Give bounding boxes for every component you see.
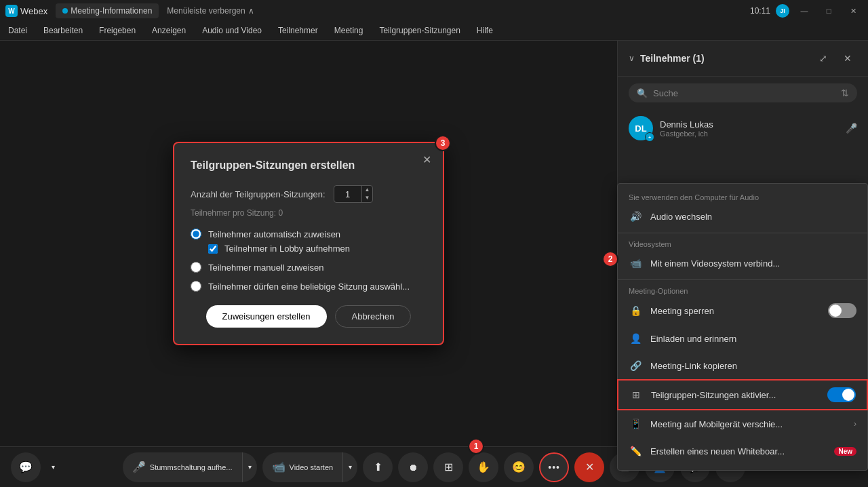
audio-switch-item[interactable]: 🔊 Audio wechseln [618, 203, 867, 230]
cancel-button[interactable]: Abbrechen [335, 305, 412, 328]
whiteboard-item[interactable]: ✏️ Erstellen eines neuen Whiteboar... Ne… [618, 437, 867, 465]
create-button[interactable]: Zuweisungen erstellen [206, 305, 327, 328]
video-label: Video starten [290, 463, 334, 471]
search-icon: 🔍 [637, 88, 648, 98]
count-value[interactable] [334, 187, 361, 202]
close-panel-button[interactable]: ✕ [838, 49, 857, 68]
menu-datei[interactable]: Datei [5, 24, 30, 37]
menu-bar: Datei Bearbeiten Freigeben Anzeigen Audi… [0, 22, 868, 41]
video-main[interactable]: 📹 Video starten [262, 452, 343, 482]
menu-bearbeiten[interactable]: Bearbeiten [41, 24, 85, 37]
count-label: Anzahl der Teilgruppen-Sitzungen: [191, 189, 326, 199]
end-call-button[interactable]: ✕ [574, 452, 604, 482]
meeting-lock-label: Meeting sperren [650, 306, 820, 316]
mute-main[interactable]: 🎤 Stummschaltung aufhe... [123, 452, 242, 482]
invite-label: Einladen und erinnern [650, 334, 856, 344]
invite-item[interactable]: 👤 Einladen und erinnern [618, 325, 867, 352]
title-bar-right: 10:11 JI — □ ✕ [750, 3, 863, 18]
whiteboard-icon: ✏️ [629, 444, 642, 458]
spin-up[interactable]: ▲ [362, 186, 373, 194]
mute-arrow[interactable]: ▾ [242, 452, 257, 482]
radio-choose-item: Teilnehmer dürfen eine beliebige Sitzung… [191, 281, 427, 292]
video-connect-item[interactable]: 📹 Mit einem Videosystem verbind... [618, 250, 867, 277]
chat-button[interactable]: 💬 [11, 452, 41, 482]
webex-logo: W Webex [5, 5, 47, 17]
panel-title: Teilnehmer (1) [640, 53, 808, 64]
more-icon: ••• [548, 462, 560, 473]
webex-logo-icon: W [5, 5, 18, 17]
radio-manual[interactable] [191, 262, 201, 273]
audio-switch-icon: 🔊 [629, 210, 642, 223]
mic-slash-icon: 🎤 [132, 461, 146, 473]
search-input[interactable] [653, 88, 835, 98]
share-button[interactable]: ⬆ [363, 452, 393, 482]
tab-label: Meeting-Informationen [71, 6, 152, 16]
video-arrow[interactable]: ▾ [342, 452, 357, 482]
checkbox-lobby[interactable] [208, 244, 218, 254]
dialog-overlay: Teilgruppen-Sitzungen erstellen ✕ Anzahl… [0, 41, 617, 446]
mic-off-icon: 🎤 [846, 123, 857, 134]
breakout-toggle[interactable] [827, 387, 856, 402]
sort-icon[interactable]: ⇅ [841, 87, 849, 98]
chat-arrow-button[interactable]: ▾ [45, 459, 61, 475]
dialog-actions: Zuweisungen erstellen Abbrechen [191, 305, 427, 328]
whiteboard-label: Erstellen eines neuen Whiteboar... [650, 446, 822, 456]
spin-down[interactable]: ▼ [362, 194, 373, 202]
count-input[interactable]: ▲ ▼ [334, 185, 374, 203]
checkbox-lobby-label: Teilnehmer in Lobby aufnehmen [224, 244, 350, 254]
participant-actions: 🎤 [846, 123, 857, 134]
dialog-close-button[interactable]: ✕ [418, 151, 435, 168]
video-group: 📹 Video starten ▾ [262, 452, 358, 482]
collapse-icon[interactable]: ∨ [629, 54, 635, 63]
participant-avatar: DL + [629, 116, 653, 140]
participant-name: Dennis Lukas [660, 119, 839, 130]
expand-panel-button[interactable]: ⤢ [814, 49, 833, 68]
meeting-info-tab[interactable]: Meeting-Informationen [56, 3, 159, 18]
user-avatar: JI [776, 4, 789, 18]
minimize-button[interactable]: — [795, 3, 814, 18]
menu-audio-video[interactable]: Audio und Video [199, 24, 264, 37]
menu-bar-toggle[interactable]: Menüleiste verbergen ∧ [167, 6, 254, 16]
meeting-lock-toggle[interactable] [828, 303, 856, 318]
copy-link-label: Meeting-Link kopieren [650, 361, 856, 371]
menu-freigeben[interactable]: Freigeben [96, 24, 138, 37]
grid-button[interactable]: ⊞ [433, 452, 463, 482]
mute-label: Stummschaltung aufhe... [150, 463, 233, 471]
spinners: ▲ ▼ [361, 186, 373, 202]
maximize-button[interactable]: □ [819, 3, 838, 18]
toggle-arrow-icon: ∧ [248, 6, 254, 16]
hand-button[interactable]: ✋ [469, 452, 498, 482]
radio-choose[interactable] [191, 281, 201, 292]
search-bar: 🔍 ⇅ [629, 83, 857, 102]
menu-hilfe[interactable]: Hilfe [474, 24, 496, 37]
meeting-lock-item[interactable]: 🔒 Meeting sperren [618, 296, 867, 325]
video-slash-icon: 📹 [272, 461, 285, 473]
dialog-title: Teilgruppen-Sitzungen erstellen [191, 159, 427, 172]
toggle-label: Menüleiste verbergen [167, 6, 245, 16]
copy-link-item[interactable]: 🔗 Meeting-Link kopieren [618, 352, 867, 379]
participants-panel: ∨ Teilnehmer (1) ⤢ ✕ 🔍 ⇅ DL + Dennis Luk… [617, 41, 868, 487]
menu-teilnehmer[interactable]: Teilnehmer [275, 24, 321, 37]
close-button[interactable]: ✕ [844, 3, 863, 18]
mobile-item[interactable]: 📱 Meeting auf Mobilgerät verschie... › [618, 410, 867, 437]
title-bar-left: W Webex Meeting-Informationen Menüleiste… [5, 3, 254, 18]
breakout-label: Teilgruppen-Sitzungen aktivier... [651, 390, 819, 400]
more-button[interactable]: ••• [539, 452, 569, 482]
step3-badge: 3 [435, 135, 451, 151]
breakout-item[interactable]: ⊞ Teilgruppen-Sitzungen aktivier... [617, 379, 868, 410]
record-button[interactable]: ⏺ [398, 452, 428, 482]
new-badge: New [834, 447, 856, 456]
mobile-icon: 📱 [629, 417, 642, 431]
radio-manual-item: Teilnehmer manuell zuweisen [191, 262, 427, 273]
video-section-label: Videosystem [618, 236, 867, 250]
tab-dot [62, 8, 68, 14]
end-icon: ✕ [585, 461, 594, 473]
menu-meeting[interactable]: Meeting [332, 24, 366, 37]
checkbox-lobby-item: Teilnehmer in Lobby aufnehmen [208, 244, 427, 254]
radio-auto[interactable] [191, 229, 201, 239]
link-icon: 🔗 [629, 359, 642, 372]
reactions-button[interactable]: 😊 [504, 452, 534, 482]
radio-choose-label: Teilnehmer dürfen eine beliebige Sitzung… [208, 281, 410, 292]
menu-anzeigen[interactable]: Anzeigen [149, 24, 189, 37]
menu-teilgruppen[interactable]: Teilgruppen-Sitzungen [376, 24, 462, 37]
